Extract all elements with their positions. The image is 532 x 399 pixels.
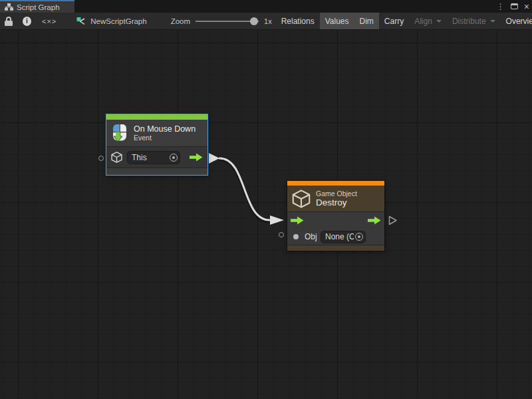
node-on-mouse-down[interactable]: On Mouse Down Event This xyxy=(106,114,207,175)
game-object-cube-icon xyxy=(292,190,311,208)
obj-field[interactable]: None (O xyxy=(321,231,366,243)
target-field-value: This xyxy=(128,153,168,162)
target-field[interactable]: This xyxy=(127,151,180,164)
object-picker-icon[interactable] xyxy=(355,233,363,241)
node-header: Game Object Destroy xyxy=(287,186,384,211)
node-destroy[interactable]: Game Object Destroy Obj None (O xyxy=(287,181,384,251)
node-title: Destroy xyxy=(316,198,357,207)
node-subtitle: Event xyxy=(134,134,196,142)
exit-flow-arrow-icon[interactable] xyxy=(190,153,203,162)
zoom-slider-handle[interactable] xyxy=(250,17,258,25)
script-graph-icon xyxy=(76,17,86,26)
distribute-label: Distribute xyxy=(452,17,486,26)
destroy-obj-port[interactable] xyxy=(279,232,284,237)
graph-hierarchy-icon xyxy=(5,3,13,11)
graph-picker[interactable]: NewScriptGraph xyxy=(70,13,153,29)
flow-row xyxy=(287,212,384,229)
maximize-icon[interactable] xyxy=(511,3,518,9)
on-mouse-down-target-port[interactable] xyxy=(98,156,104,161)
node-title: On Mouse Down xyxy=(134,124,196,134)
zoom-value: 1x xyxy=(264,17,272,25)
align-label: Align xyxy=(414,17,432,26)
enter-flow-arrow-icon[interactable] xyxy=(291,216,304,225)
wire-shadow xyxy=(219,160,270,222)
zoom-slider-track xyxy=(196,21,259,22)
node-category: Game Object xyxy=(316,190,357,198)
zoom-slider[interactable] xyxy=(196,13,259,30)
graph-canvas[interactable]: On Mouse Down Event This xyxy=(0,30,532,399)
event-accent-bar xyxy=(106,114,207,120)
graph-toolbar: i <×> NewScriptGraph Zoom 1x Relations V… xyxy=(0,13,532,30)
align-dropdown[interactable]: Align xyxy=(409,13,447,29)
window-controls: ⋮ × xyxy=(497,0,529,13)
tab-script-graph[interactable]: Script Graph xyxy=(0,0,74,13)
info-button[interactable]: i xyxy=(17,13,37,29)
object-picker-icon[interactable] xyxy=(170,154,178,162)
tab-bar: Script Graph ⋮ × xyxy=(0,0,532,13)
wire-layer xyxy=(0,30,532,399)
connection-wire[interactable] xyxy=(219,158,270,220)
relations-button[interactable]: Relations xyxy=(276,13,320,29)
wire-destination-arrow-icon[interactable] xyxy=(270,215,284,225)
game-object-cube-icon xyxy=(111,152,122,163)
chevron-down-icon xyxy=(490,20,495,23)
obj-label: Obj xyxy=(305,232,317,241)
window-menu-icon[interactable]: ⋮ xyxy=(497,3,505,11)
lock-button[interactable] xyxy=(0,13,17,29)
destroy-exit-port-icon[interactable] xyxy=(390,217,397,225)
exit-flow-arrow-icon[interactable] xyxy=(368,216,381,225)
node-footer xyxy=(106,168,207,175)
code-view-button[interactable]: <×> xyxy=(37,13,62,29)
tab-label: Script Graph xyxy=(17,3,60,11)
overview-button[interactable]: Overview xyxy=(501,13,532,29)
node-body: This xyxy=(106,147,207,168)
dim-button[interactable]: Dim xyxy=(354,13,379,29)
obj-value-port[interactable] xyxy=(293,234,299,239)
obj-field-value: None (O xyxy=(321,232,354,241)
zoom-control: Zoom 1x xyxy=(154,13,276,29)
mouse-down-icon xyxy=(111,124,128,142)
node-footer xyxy=(287,245,384,251)
distribute-dropdown[interactable]: Distribute xyxy=(447,13,501,29)
wire-source-arrow-icon[interactable] xyxy=(209,153,219,164)
zoom-label: Zoom xyxy=(171,17,190,25)
node-header: On Mouse Down Event xyxy=(106,120,207,146)
carry-button[interactable]: Carry xyxy=(379,13,409,29)
close-icon[interactable]: × xyxy=(524,2,529,11)
chevron-down-icon xyxy=(436,20,442,23)
script-graph-window: Script Graph ⋮ × i <×> NewScript xyxy=(0,0,532,399)
lock-icon xyxy=(5,17,13,26)
code-icon: <×> xyxy=(42,17,57,25)
info-icon: i xyxy=(23,17,31,26)
obj-input-row: Obj None (O xyxy=(287,229,384,245)
gameobject-accent-bar xyxy=(287,181,384,186)
graph-name: NewScriptGraph xyxy=(90,17,146,25)
values-button[interactable]: Values xyxy=(320,13,354,29)
